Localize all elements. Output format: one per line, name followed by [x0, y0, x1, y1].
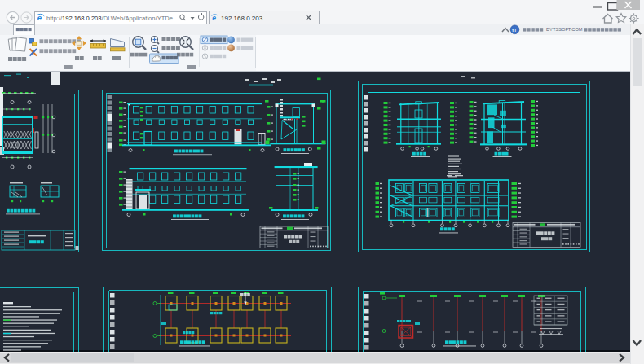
svg-text:DYTSSOFT.COM: DYTSSOFT.COM [546, 27, 583, 32]
svg-text:http://192.168.0.203/DLWeb/App: http://192.168.0.203/DLWeb/Application/Y… [46, 15, 173, 22]
svg-text:YT: YT [512, 29, 517, 33]
svg-text:192.168.0.203: 192.168.0.203 [221, 15, 263, 22]
